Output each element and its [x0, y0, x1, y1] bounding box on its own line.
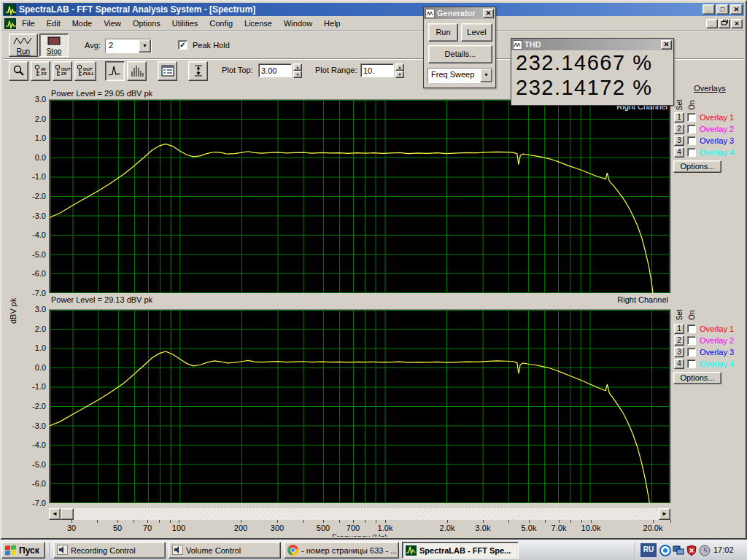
close-button[interactable]: ✕ [730, 4, 743, 15]
overlay-1-set-button[interactable]: 1 [674, 112, 684, 122]
menu-license[interactable]: License [239, 18, 278, 29]
output-full-button[interactable]: OUTFULL [74, 61, 96, 81]
overlay-4-set-button[interactable]: 4 [674, 147, 684, 158]
peak-hold-checkbox[interactable]: ✓ [178, 40, 187, 50]
avg-label: Avg: [85, 41, 101, 50]
mdi-restore-button[interactable] [719, 19, 730, 28]
mdi-minimize-button[interactable]: _ [706, 19, 718, 28]
plot-top-input[interactable] [258, 63, 292, 77]
generator-close-icon[interactable]: ✕ [483, 9, 494, 18]
x-tick [559, 520, 560, 523]
overlay-4-checkbox[interactable] [687, 148, 696, 157]
stop-button[interactable]: Stop [39, 34, 69, 57]
spinner-down-icon[interactable]: ▼ [293, 71, 302, 78]
frequency-scrollbar[interactable]: ◄ ► [49, 508, 670, 520]
spectrum-curve-view-button[interactable] [105, 61, 125, 81]
task-spectralab-active[interactable]: SpectraLAB - FFT Spe... [402, 542, 519, 559]
mdi-close-button[interactable]: ✕ [731, 19, 743, 28]
menu-edit[interactable]: Edit [41, 18, 66, 29]
overlay-3-set-button[interactable]: 3 [674, 136, 684, 146]
tray-network-icon[interactable] [673, 545, 684, 556]
task-recording-control[interactable]: Recording Control [53, 542, 166, 559]
input-2x-button[interactable]: IN2X [31, 61, 50, 81]
details-view-button[interactable] [158, 61, 177, 81]
run-button[interactable]: Run [9, 34, 38, 57]
minimize-button[interactable]: _ [703, 4, 715, 15]
window-title: SpectraLAB - FFT Spectral Analysis Syste… [19, 4, 701, 15]
overlay-2-checkbox[interactable] [687, 125, 696, 133]
scroll-left-icon[interactable]: ◄ [49, 508, 61, 520]
overlay-4-label: Overlay 4 [700, 148, 734, 157]
start-button[interactable]: Пуск [1, 542, 45, 559]
overlay-1-set-button[interactable]: 1 [674, 324, 684, 334]
bottom-spectrum-plot[interactable] [49, 309, 670, 503]
scrollbar-thumb[interactable] [61, 508, 74, 520]
overlay-4-set-button[interactable]: 4 [674, 359, 684, 369]
y-tick-label: 0.0 [35, 153, 46, 162]
generator-level-button[interactable]: Level [461, 23, 492, 42]
menu-help[interactable]: Help [318, 18, 347, 29]
task-volume-control[interactable]: Volume Control [169, 542, 281, 559]
overlay-3-checkbox[interactable] [687, 348, 696, 357]
task-chrome-page[interactable]: - номер страницы 633 - ... [284, 542, 399, 559]
language-indicator[interactable]: RU [640, 543, 657, 557]
scroll-right-icon[interactable]: ► [659, 508, 670, 520]
key-icon [77, 64, 82, 78]
x-tick-label: 30 [67, 524, 76, 532]
spinner-up-icon[interactable]: ▲ [395, 63, 404, 71]
volume-icon [57, 545, 68, 556]
overlay-1-label: Overlay 1 [700, 324, 734, 333]
menu-window[interactable]: Window [278, 18, 318, 29]
overlay-options-button[interactable]: Options... [673, 160, 721, 173]
top-spectrum-plot[interactable] [49, 99, 670, 293]
y-tick-label: -5.0 [32, 460, 46, 469]
x-tick [97, 520, 98, 523]
plot-range-input[interactable] [360, 63, 394, 77]
generator-dropdown-arrow-icon[interactable]: ▼ [480, 69, 492, 82]
menu-mode[interactable]: Mode [66, 18, 98, 29]
thd-titlebar: THD ✕ [511, 39, 673, 50]
spectrum-curve-icon [108, 64, 122, 78]
menu-view[interactable]: View [98, 18, 127, 29]
generator-details-button[interactable]: Details... [428, 45, 492, 63]
tray-clock-icon[interactable] [699, 545, 711, 556]
maximize-button[interactable]: □ [716, 4, 729, 15]
scrollbar-track[interactable] [74, 508, 659, 520]
tray-antivirus-shield-icon[interactable] [686, 545, 697, 556]
menu-options[interactable]: Options [127, 18, 166, 29]
plot-range-spinner[interactable]: ▲ ▼ [395, 63, 404, 77]
menu-file[interactable]: File [16, 18, 41, 29]
plot-top-spinner[interactable]: ▲ ▼ [293, 63, 302, 77]
spinner-up-icon[interactable]: ▲ [293, 63, 302, 71]
zoom-button[interactable] [9, 61, 28, 81]
avg-select[interactable]: 2 ▼ [105, 39, 152, 53]
overlay-2-set-button[interactable]: 2 [674, 335, 684, 346]
overlay-1-label: Overlay 1 [700, 113, 734, 122]
generator-mode-select[interactable]: Freq Sweep ▼ [427, 68, 493, 83]
generator-run-button[interactable]: Run [428, 23, 458, 42]
thd-close-icon[interactable]: ✕ [661, 40, 672, 50]
spinner-down-icon[interactable]: ▼ [395, 71, 404, 78]
overlay-1-checkbox[interactable] [687, 113, 696, 122]
y-tick-label: -6.0 [32, 269, 46, 278]
overlay-3-set-button[interactable]: 3 [674, 347, 684, 357]
menu-config[interactable]: Config [204, 18, 239, 29]
y-tick-label: -1.0 [32, 172, 46, 181]
thd-value-line2: 232.14172 % [511, 75, 673, 100]
overlay-1-checkbox[interactable] [687, 324, 696, 333]
overlay-options-button[interactable]: Options... [673, 372, 721, 384]
overlay-2-checkbox[interactable] [687, 336, 696, 345]
tray-blue-circle-icon[interactable] [659, 545, 671, 556]
menu-utilities[interactable]: Utilities [166, 18, 204, 29]
vertical-scale-button[interactable] [188, 61, 208, 81]
avg-dropdown-arrow-icon[interactable]: ▼ [139, 39, 151, 52]
bar-graph-view-button[interactable] [127, 61, 147, 81]
output-2x-button[interactable]: OUT2X [53, 61, 72, 81]
overlay-2-set-button[interactable]: 2 [674, 124, 684, 134]
plot-range-label: Plot Range: [315, 66, 357, 74]
overlays-heading: Overlays [673, 84, 744, 93]
x-tick-label: 200 [234, 524, 247, 532]
overlay-4-checkbox[interactable] [687, 359, 696, 368]
mdi-document-icon[interactable] [4, 18, 16, 29]
overlay-3-checkbox[interactable] [687, 136, 696, 145]
